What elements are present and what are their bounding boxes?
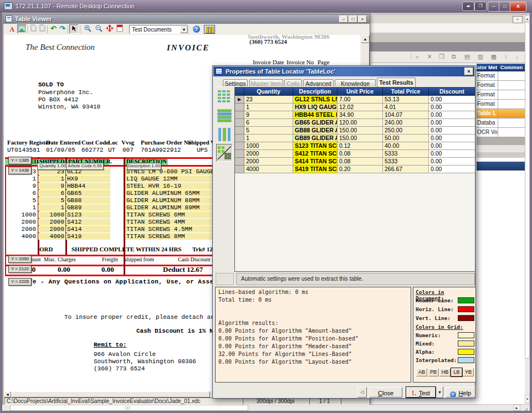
cell-total-price[interactable]: 53.13	[383, 96, 429, 104]
window-icon[interactable]: ❒	[437, 53, 446, 61]
column-header-quantity[interactable]: Quantity	[244, 87, 293, 96]
cell-unit-price[interactable]: 34.90	[337, 111, 383, 119]
cell-quantity[interactable]: 1	[244, 104, 293, 111]
view-rows-button[interactable]	[217, 107, 232, 124]
copy-icon[interactable]: ⧉	[449, 53, 458, 61]
image-view-button[interactable]	[17, 24, 27, 34]
cell-description[interactable]: S412 TITAN SCRE	[293, 150, 337, 158]
cell-quantity[interactable]: 1000	[244, 142, 293, 150]
cell-quantity[interactable]: 23	[244, 96, 293, 104]
cell-unit-price[interactable]: 0.20	[337, 166, 383, 173]
tab-test-results[interactable]: Test Results	[377, 78, 416, 87]
row-selector[interactable]	[235, 166, 244, 173]
column-header-discount[interactable]: Discount	[429, 87, 475, 96]
algorithm-toggle-hb[interactable]: HB	[439, 368, 451, 376]
cell-description[interactable]: HBB44 STEEL HVR	[293, 111, 337, 119]
side-row[interactable]: OCR Vo	[477, 128, 525, 137]
cell-description[interactable]: GB89 GLIDER ALU	[293, 135, 337, 142]
cell-quantity[interactable]: 1	[244, 135, 293, 142]
nav-back-button[interactable]: ◁	[357, 387, 367, 397]
row-selector[interactable]	[235, 104, 244, 111]
side-column-header-comment[interactable]: Commen	[498, 64, 525, 71]
rdp-maximize-button[interactable]: □	[499, 2, 511, 12]
row-selector[interactable]	[235, 127, 244, 135]
result-row[interactable]: ▶23GL12 STNLS LM 0 -7.0053.130.00	[235, 96, 475, 104]
combobox-dropdown-button[interactable]: ▼	[180, 25, 188, 33]
cell-discount[interactable]: 0.00	[429, 111, 475, 119]
rdp-vscrollbar[interactable]: ▲ ▼	[525, 15, 530, 404]
cell-unit-price[interactable]: 120.00	[337, 119, 383, 127]
pointer-tool-button[interactable]	[69, 24, 79, 34]
fit-width-button[interactable]	[105, 24, 114, 34]
cell-unit-price[interactable]: 150.00	[337, 135, 383, 142]
side-row[interactable]: Format	[477, 90, 525, 100]
export-icon[interactable]: ▤	[463, 53, 472, 61]
cell-unit-price[interactable]: 0.08	[337, 158, 383, 166]
document-set-combobox[interactable]: Test Documents ▼	[129, 25, 188, 34]
cell-total-price[interactable]: 50.00	[383, 135, 429, 142]
cell-quantity[interactable]: 9	[244, 111, 293, 119]
result-row[interactable]: 9HBB44 STEEL HVR34.90104.070.00	[235, 111, 475, 119]
side-cell-comment[interactable]	[498, 71, 525, 81]
cell-unit-price[interactable]: 0.08	[337, 150, 383, 158]
cell-total-price[interactable]: 250.00	[383, 127, 429, 135]
cell-discount[interactable]: 0.00	[429, 127, 475, 135]
row-selector[interactable]: ▶	[235, 96, 244, 104]
row-selector[interactable]	[235, 119, 244, 127]
move-up-icon[interactable]: ↑	[502, 53, 510, 61]
rdp-close-button[interactable]: ×	[510, 2, 526, 12]
row-selector[interactable]	[235, 111, 244, 119]
side-cell-comment[interactable]	[498, 109, 525, 118]
export-icon[interactable]: ▦	[489, 53, 498, 61]
tab-knowledge-base[interactable]: Knowledge Base	[335, 79, 376, 87]
side-cell-locator[interactable]: Format	[477, 71, 498, 81]
algorithm-toggle-lb[interactable]: LB	[451, 368, 462, 376]
algorithm-toggle-pb[interactable]: PB	[428, 368, 439, 376]
rotate-right-button[interactable]: ↷	[58, 24, 67, 34]
cell-total-price[interactable]: 104.07	[383, 111, 429, 119]
viewer-maximize-button[interactable]: □	[349, 16, 357, 23]
rdp-vscroll-thumb[interactable]	[525, 22, 530, 359]
cell-quantity[interactable]: 4000	[244, 166, 293, 173]
cell-description[interactable]: GB65 GLIDER ALU	[293, 119, 337, 127]
scroll-up-button[interactable]: ▲	[361, 35, 370, 43]
tab-advanced[interactable]: Advanced	[303, 79, 334, 87]
cell-discount[interactable]: 0.00	[429, 142, 475, 150]
view-cells-button[interactable]	[217, 89, 232, 105]
side-row[interactable]: Format	[477, 71, 525, 81]
dialog-titlebar[interactable]: Properties of Table Locator 'TableLoc' ×	[213, 66, 474, 76]
panel-minimize-button[interactable]: ▪	[513, 16, 523, 23]
side-cell-locator[interactable]: Format	[477, 90, 498, 100]
result-row[interactable]: 2000S414 TITAN SCRE0.0853330.00	[235, 158, 475, 166]
rdp-pin-button[interactable]: ◂▸	[462, 2, 474, 11]
tab-settings[interactable]: Settings	[223, 79, 248, 87]
test-button[interactable]: ! . Test	[406, 386, 436, 398]
cell-unit-price[interactable]: 12.02	[337, 104, 383, 111]
hscroll-thumb[interactable]	[12, 391, 210, 397]
side-row[interactable]: Format	[477, 100, 525, 109]
viewer-close-button[interactable]: ×	[358, 16, 367, 23]
help-button[interactable]: ? Help	[446, 387, 475, 397]
viewer-titlebar[interactable]: Table Viewer – □ ×	[3, 14, 370, 24]
side-cell-comment[interactable]	[498, 118, 525, 128]
zoom-in-button[interactable]	[83, 24, 92, 34]
cell-total-price[interactable]: 5333	[383, 150, 429, 158]
view-mixed-button[interactable]	[216, 144, 233, 162]
tab-master-item[interactable]: Master Item	[249, 79, 283, 87]
cell-description[interactable]: HX9 LIQ GAUGE 12	[293, 104, 337, 111]
cell-quantity[interactable]: 6	[244, 119, 293, 127]
column-header-total-price[interactable]: Total Price	[383, 87, 429, 96]
result-row[interactable]: 1HX9 LIQ GAUGE 1212.024.010.00	[235, 104, 475, 111]
rdp-restore-down-button[interactable]: ❐	[474, 2, 487, 11]
cell-description[interactable]: S414 TITAN SCRE	[293, 158, 337, 166]
side-cell-locator[interactable]: Databa	[477, 118, 498, 128]
cell-total-price[interactable]: 40.00	[383, 142, 429, 150]
row-selector[interactable]	[235, 150, 244, 158]
view-columns-button[interactable]	[217, 126, 232, 143]
side-column-header-locator-method[interactable]: ator Met	[477, 64, 498, 71]
tab-cells[interactable]: Cells	[284, 79, 302, 87]
cell-quantity[interactable]: 5	[244, 127, 293, 135]
cell-total-price[interactable]: 5333	[383, 158, 429, 166]
side-row[interactable]: Databa	[477, 118, 525, 128]
cell-discount[interactable]: 0.00	[429, 96, 475, 104]
